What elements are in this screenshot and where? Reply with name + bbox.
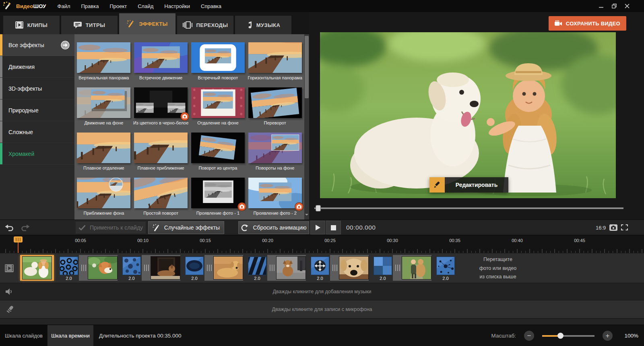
transition-clip[interactable]: 2.0 <box>122 257 141 281</box>
effect-item[interactable]: Встречный поворот <box>190 42 247 81</box>
transition-clip[interactable]: 2.0 <box>248 257 266 281</box>
transition-thumbnail <box>185 257 204 275</box>
speaker-icon <box>0 283 18 300</box>
effect-item[interactable]: Вертикальная панорама <box>75 42 132 81</box>
effect-item[interactable]: Горизонтальная панорама <box>246 42 303 81</box>
transition-clip[interactable]: 2.0 <box>374 257 392 281</box>
effect-item[interactable]: Отдаление на фоне <box>190 87 247 126</box>
close-button[interactable] <box>624 3 630 9</box>
effect-thumbnail <box>248 87 302 118</box>
effect-item[interactable]: Движение на фоне <box>75 87 132 126</box>
transition-clip[interactable]: 2.0 <box>311 257 329 281</box>
snapshot-camera-button[interactable] <box>609 224 617 232</box>
music-note-icon <box>246 21 252 29</box>
zoom-slider[interactable] <box>542 333 594 339</box>
sidebar-item-label: Движения <box>8 64 35 70</box>
preview-image <box>320 32 616 198</box>
tab-transitions[interactable]: ПЕРЕХОДЫ <box>177 16 233 34</box>
effect-item[interactable]: Приближение фона <box>75 178 132 216</box>
sidebar-item-chromakey[interactable]: Хромакей <box>0 143 74 165</box>
effect-item[interactable]: Встречное движение <box>132 42 190 81</box>
clip-drag-handle[interactable] <box>144 265 149 271</box>
music-track[interactable]: Дважды кликните для добавления музыки <box>0 283 644 300</box>
clips-track: Перетащите фото или видео из списка выше… <box>0 253 644 283</box>
timeline-clip[interactable] <box>267 255 306 281</box>
effect-item[interactable]: Из цветного в черно-белое <box>132 87 190 126</box>
fullscreen-button[interactable] <box>621 224 628 232</box>
tab-titles[interactable]: ТИТРЫ <box>61 16 118 34</box>
zoom-slider-thumb[interactable] <box>557 333 564 339</box>
menu-help[interactable]: Справка <box>201 3 221 9</box>
timeline-clip[interactable] <box>393 255 431 281</box>
timeline-ruler[interactable]: 00:0500:1000:1500:2000:2500:3000:3500:40… <box>0 235 644 253</box>
clip-drag-handle[interactable] <box>207 265 212 271</box>
menu-edit[interactable]: Правка <box>81 3 99 9</box>
menu-slide[interactable]: Слайд <box>138 3 153 9</box>
transition-clip[interactable]: 2.0 <box>436 257 455 281</box>
menu-file[interactable]: Файл <box>58 3 70 9</box>
play-button[interactable] <box>310 221 325 234</box>
effect-item[interactable]: Проявление фото - 2 <box>246 178 303 216</box>
effect-item[interactable]: Повороты на фоне <box>246 133 303 171</box>
effect-thumbnail <box>77 42 130 73</box>
random-effects-button[interactable]: Случайные эффекты <box>148 221 224 234</box>
slides-scale-tab[interactable]: Шкала слайдов <box>0 325 47 346</box>
reset-animation-button[interactable]: Сбросить анимацию <box>238 221 309 234</box>
stop-icon <box>331 225 336 230</box>
effect-item[interactable]: Плавное приближение <box>132 133 190 171</box>
project-duration-label: Длительность проекта 00:35.000 <box>99 325 181 346</box>
timeline-clip[interactable] <box>330 255 369 281</box>
sidebar-item-motion[interactable]: Движения <box>0 56 74 78</box>
time-scale-tab[interactable]: Шкала времени <box>47 325 93 346</box>
scrollbar-down-arrow-icon[interactable] <box>305 214 308 217</box>
timeline-clip-selected[interactable] <box>20 255 54 281</box>
clip-thumbnail <box>213 256 243 280</box>
transition-clip[interactable]: 2.0 <box>60 257 78 281</box>
effect-item[interactable]: Поворот из центра <box>190 133 247 171</box>
sidebar-item-all-effects[interactable]: Все эффекты <box>0 34 74 56</box>
effect-label: Поворот из центра <box>198 166 237 171</box>
transition-clip[interactable]: 2.0 <box>185 257 204 281</box>
save-video-button[interactable]: СОХРАНИТЬ ВИДЕО <box>549 16 626 31</box>
voice-track[interactable]: Дважды кликните для записи с микрофона <box>0 300 644 318</box>
effect-item[interactable]: Проявление фото - 1 <box>190 178 247 216</box>
scrollbar-thumb[interactable] <box>305 36 309 98</box>
maximize-button[interactable] <box>611 3 617 9</box>
stop-button[interactable] <box>326 221 341 234</box>
clip-drag-handle[interactable] <box>81 265 86 271</box>
timeline-clip[interactable] <box>79 255 118 281</box>
sidebar-item-complex[interactable]: Сложные <box>0 121 74 143</box>
tab-effects[interactable]: ЭФФЕКТЫ <box>119 13 175 34</box>
redo-button[interactable] <box>20 224 30 233</box>
seekbar-thumb[interactable] <box>316 205 321 211</box>
tab-music[interactable]: МУЗЫКА <box>235 16 291 34</box>
minimize-button[interactable] <box>598 3 605 9</box>
random-effects-label: Случайные эффекты <box>164 224 220 231</box>
tab-clips[interactable]: КЛИПЫ <box>3 16 60 34</box>
drag-hint: Перетащите фото или видео из списка выше <box>462 255 534 282</box>
menu-settings[interactable]: Настройки <box>164 3 190 9</box>
effect-item[interactable]: Переворот <box>246 87 303 126</box>
apply-to-slide-button[interactable]: Применить к слайду <box>76 222 146 234</box>
clip-drag-handle[interactable] <box>270 265 275 271</box>
transition-duration: 2.0 <box>248 276 266 281</box>
zoom-out-button[interactable]: − <box>524 331 534 341</box>
timeline-clip[interactable] <box>142 255 180 281</box>
edit-button[interactable]: Редактировать <box>429 177 508 193</box>
preview-seekbar[interactable] <box>314 205 623 212</box>
effects-scrollbar[interactable] <box>304 34 309 220</box>
zoom-in-button[interactable]: + <box>603 331 613 341</box>
timeline-clip[interactable] <box>204 255 243 281</box>
sidebar-item-3d-effects[interactable]: 3D-эффекты <box>0 78 74 99</box>
seekbar-track[interactable] <box>314 207 623 209</box>
playhead[interactable] <box>14 236 23 242</box>
menu-project[interactable]: Проект <box>109 3 127 9</box>
clip-drag-handle[interactable] <box>332 265 337 271</box>
effect-item[interactable]: Простой поворот <box>132 178 190 216</box>
clip-thumbnail <box>402 256 431 280</box>
clip-drag-handle[interactable] <box>395 265 400 271</box>
effect-item[interactable]: Плавное отдаление <box>75 133 132 171</box>
zoom-value: 100% <box>621 333 638 339</box>
undo-button[interactable] <box>5 224 14 233</box>
sidebar-item-nature[interactable]: Природные <box>0 99 74 121</box>
